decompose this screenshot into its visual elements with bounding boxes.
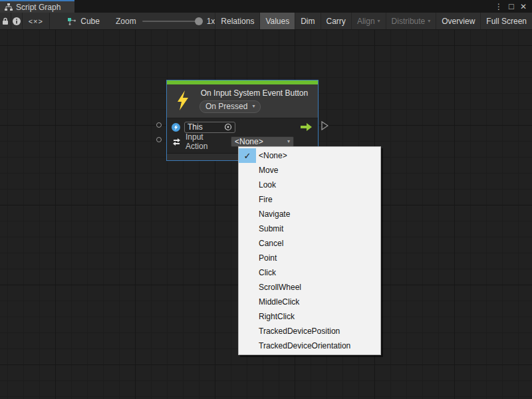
- menu-item-trackeddeviceposition[interactable]: TrackedDevicePosition: [239, 324, 380, 338]
- window-controls: ⋮ □ ✕: [495, 0, 532, 13]
- menu-item-none[interactable]: ✓<None>: [239, 148, 380, 163]
- menu-item-label: TrackedDeviceOrientation: [257, 341, 350, 350]
- toolbar-button-dim[interactable]: Dim: [295, 13, 320, 29]
- menu-item-look[interactable]: Look: [239, 178, 380, 192]
- toolbar-button-label: Dim: [301, 17, 315, 26]
- menu-item-label: MiddleClick: [257, 297, 299, 307]
- zoom-slider-knob[interactable]: [195, 17, 203, 25]
- menu-item-gutter: [239, 236, 256, 251]
- menu-item-gutter: [239, 207, 256, 221]
- checkmark-icon: ✓: [239, 148, 256, 163]
- menu-item-label: Click: [257, 268, 276, 277]
- chevron-down-icon: ▾: [428, 19, 430, 24]
- menu-item-label: RightClick: [257, 312, 295, 321]
- menu-item-label: Fire: [257, 195, 273, 204]
- menu-item-submit[interactable]: Submit: [239, 221, 380, 236]
- event-type-dropdown[interactable]: On Pressed ▾: [200, 100, 261, 113]
- menu-item-gutter: [239, 280, 256, 295]
- menu-item-point[interactable]: Point: [239, 251, 380, 265]
- menu-item-gutter: [239, 163, 256, 178]
- toolbar-button-label: Carry: [327, 17, 346, 26]
- value-input-port[interactable]: [156, 137, 162, 142]
- flow-input-port[interactable]: [156, 122, 162, 128]
- flow-output-arrow-icon: [301, 123, 312, 131]
- toolbar-button-carry[interactable]: Carry: [321, 13, 351, 29]
- info-button[interactable]: [11, 13, 22, 29]
- toolbar-button-values[interactable]: Values: [259, 13, 295, 29]
- menu-item-move[interactable]: Move: [239, 163, 380, 178]
- zoom-control: Zoom 1x: [116, 13, 215, 29]
- code-view-toggle[interactable]: <×>: [23, 13, 49, 29]
- menu-item-label: Point: [257, 253, 277, 263]
- input-action-dropdown[interactable]: <None> ▾: [231, 136, 294, 147]
- menu-item-rightclick[interactable]: RightClick: [239, 309, 380, 324]
- toolbar-button-label: Full Screen: [486, 17, 527, 26]
- input-action-icon: [172, 137, 182, 147]
- graph-hierarchy-icon: [5, 3, 13, 11]
- toolbar-button-overview[interactable]: Overview: [436, 13, 480, 29]
- object-picker-icon[interactable]: [224, 123, 232, 131]
- info-icon: [13, 17, 21, 25]
- zoom-label: Zoom: [116, 17, 136, 26]
- toolbar-separator: [49, 13, 50, 29]
- graph-name-label: Cube: [80, 17, 100, 26]
- menu-item-trackeddeviceorientation[interactable]: TrackedDeviceOrientation: [239, 338, 380, 353]
- menu-item-gutter: [239, 221, 256, 236]
- toolbar-button-label: Distribute: [392, 17, 426, 26]
- node-header[interactable]: On Input System Event Button On Pressed …: [167, 84, 318, 118]
- input-action-value: <None>: [235, 137, 263, 146]
- zoom-value: 1x: [207, 17, 215, 26]
- maximize-icon[interactable]: □: [509, 2, 514, 11]
- toolbar-button-align[interactable]: Align▾: [351, 13, 386, 29]
- menu-item-gutter: [239, 309, 256, 324]
- node-title: On Input System Event Button: [195, 88, 314, 98]
- menu-item-gutter: [239, 265, 256, 280]
- menu-item-label: TrackedDevicePosition: [257, 327, 340, 336]
- menu-item-label: ScrollWheel: [257, 283, 301, 292]
- input-action-label: Input Action: [186, 132, 227, 151]
- toolbar-button-distribute[interactable]: Distribute▾: [386, 13, 436, 29]
- chevron-down-icon: ▾: [252, 104, 255, 109]
- toolbar-button-label: Relations: [221, 17, 254, 26]
- close-icon[interactable]: ✕: [520, 3, 527, 11]
- tab-script-graph[interactable]: Script Graph: [0, 0, 74, 13]
- menu-item-gutter: [239, 338, 256, 353]
- menu-item-gutter: [239, 178, 256, 192]
- graph-toolbar: <×> Cube Zoom 1x RelationsValuesDimCarry…: [0, 13, 532, 30]
- toolbar-button-full-screen[interactable]: Full Screen: [480, 13, 532, 29]
- toolbar-button-label: Overview: [442, 17, 475, 26]
- event-type-value: On Pressed: [205, 102, 247, 111]
- event-target-icon: [172, 123, 180, 132]
- target-object-field[interactable]: This: [184, 122, 235, 133]
- code-toggle-icon: <×>: [29, 17, 43, 25]
- menu-item-cancel[interactable]: Cancel: [239, 236, 380, 251]
- graph-asset-icon: [67, 17, 76, 25]
- chevron-down-icon: ▾: [287, 139, 290, 144]
- menu-item-fire[interactable]: Fire: [239, 192, 380, 207]
- menu-item-gutter: [239, 192, 256, 207]
- toolbar-button-relations[interactable]: Relations: [215, 13, 259, 29]
- menu-item-label: <None>: [257, 151, 287, 160]
- menu-item-label: Submit: [257, 224, 283, 233]
- menu-item-scrollwheel[interactable]: ScrollWheel: [239, 280, 380, 295]
- input-action-menu: ✓<None>MoveLookFireNavigateSubmitCancelP…: [238, 146, 381, 355]
- chevron-down-icon: ▾: [378, 19, 380, 24]
- graph-breadcrumb[interactable]: Cube: [67, 13, 100, 29]
- menu-item-navigate[interactable]: Navigate: [239, 207, 380, 221]
- tab-title: Script Graph: [16, 3, 61, 12]
- zoom-slider[interactable]: [142, 21, 201, 22]
- menu-item-label: Navigate: [257, 209, 290, 219]
- menu-item-label: Move: [257, 166, 278, 175]
- menu-item-middleclick[interactable]: MiddleClick: [239, 295, 380, 309]
- menu-item-gutter: [239, 324, 256, 338]
- menu-item-label: Cancel: [257, 239, 283, 248]
- menu-item-gutter: [239, 295, 256, 309]
- menu-item-click[interactable]: Click: [239, 265, 380, 280]
- lock-button[interactable]: [0, 13, 11, 29]
- toolbar-button-label: Values: [265, 17, 289, 26]
- menu-item-gutter: [239, 251, 256, 265]
- flow-output-port[interactable]: [321, 121, 329, 130]
- kebab-menu-icon[interactable]: ⋮: [495, 3, 503, 11]
- target-object-value: This: [188, 122, 203, 132]
- lock-icon: [2, 17, 9, 25]
